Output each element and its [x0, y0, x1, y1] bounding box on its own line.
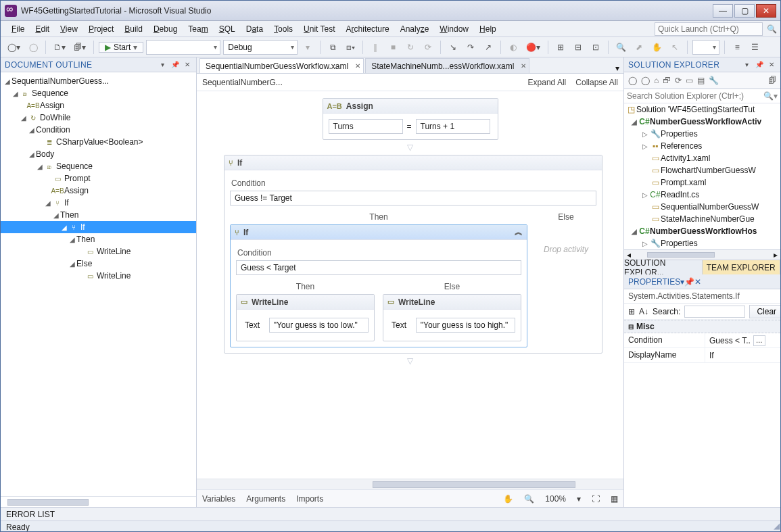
extra-tool-1[interactable]: ⊞ — [553, 40, 568, 55]
file-item[interactable]: FlowchartNumberGuessW — [661, 166, 756, 175]
tree-if2-selected[interactable]: If — [80, 222, 85, 232]
tree-writeline2[interactable]: WriteLine — [97, 271, 131, 281]
prop-displayname-value[interactable]: If — [709, 351, 714, 360]
sort-alpha-icon[interactable]: A↓ — [639, 307, 648, 316]
project-item[interactable]: NumberGuessWorkflowHos — [650, 226, 757, 236]
if-condition-input[interactable]: Guess != Target — [230, 191, 596, 205]
designer-canvas[interactable]: A=BAssign Turns = Turns + 1 ▽ ⑂If Condit… — [197, 91, 623, 479]
expand-all-link[interactable]: Expand All — [528, 78, 567, 87]
properties-item[interactable]: Properties — [661, 239, 698, 248]
menu-file[interactable]: File — [6, 21, 30, 37]
tree-sequence2[interactable]: Sequence — [56, 162, 93, 171]
outline-h-scrollbar[interactable] — [1, 496, 196, 507]
find-icon[interactable]: 🔍 — [613, 40, 629, 55]
tree-csharp[interactable]: CSharpValue<Boolean> — [56, 137, 143, 147]
menu-team[interactable]: Team — [183, 21, 213, 37]
sort-category-icon[interactable]: ⊞ — [628, 307, 635, 316]
breakpoint-icon[interactable]: 🔴▾ — [523, 40, 543, 55]
clear-button[interactable]: Clear — [749, 305, 781, 318]
menu-window[interactable]: Window — [434, 21, 474, 37]
menu-edit[interactable]: Edit — [30, 21, 55, 37]
back-button[interactable]: ◯▾ — [5, 40, 23, 55]
se-back-icon[interactable]: ◯ — [628, 76, 637, 85]
maximize-button[interactable]: ▢ — [734, 4, 755, 18]
file-item[interactable]: ReadInt.cs — [661, 190, 699, 199]
overview-icon[interactable]: ▦ — [611, 494, 618, 504]
extra-tool-3[interactable]: ⊡ — [588, 40, 603, 55]
se-preview-icon[interactable]: 🗐 — [768, 76, 776, 85]
se-properties-icon[interactable]: 🔧 — [709, 76, 719, 85]
assign-value-input[interactable]: Turns + 1 — [416, 119, 490, 134]
grid-icon[interactable]: ☰ — [747, 40, 762, 55]
file-item[interactable]: Activity1.xaml — [661, 153, 710, 163]
tree-body[interactable]: Body — [36, 149, 54, 159]
tool-icon-1[interactable]: ⧉ — [325, 40, 340, 55]
startup-combo[interactable] — [146, 40, 220, 55]
pin-icon[interactable]: 📌 — [170, 60, 180, 70]
fit-icon[interactable]: ⛶ — [592, 494, 600, 504]
step-into-icon[interactable]: ↘ — [446, 40, 460, 55]
quick-launch-input[interactable] — [655, 22, 763, 36]
menu-data[interactable]: Data — [241, 21, 268, 37]
se-collapse-icon[interactable]: ▤ — [697, 76, 705, 85]
zoom-dropdown-icon[interactable]: ▾ — [577, 494, 581, 504]
stop-icon[interactable]: ■ — [385, 40, 400, 55]
tree-assign[interactable]: Assign — [40, 101, 64, 110]
tab-close-icon[interactable]: ✕ — [521, 62, 526, 70]
solution-search-input[interactable] — [627, 91, 763, 101]
pan-icon[interactable]: ✋ — [503, 494, 513, 504]
panel-dropdown-icon[interactable]: ▾ — [158, 60, 168, 70]
se-refresh-icon[interactable]: ⟳ — [675, 76, 682, 85]
collapse-icon[interactable]: ︽ — [515, 226, 523, 238]
open-button[interactable]: 🗐▾ — [71, 40, 89, 55]
panel-dropdown-icon[interactable]: ▾ — [742, 60, 752, 70]
menu-help[interactable]: Help — [474, 21, 502, 37]
pin-icon[interactable]: 📌 — [684, 277, 694, 287]
tree-dowhile[interactable]: DoWhile — [40, 113, 70, 122]
extra-tool-2[interactable]: ⊟ — [571, 40, 586, 55]
zoom-icon[interactable]: 🔍 — [524, 494, 534, 504]
writeline-text-input[interactable]: "Your guess is too low." — [269, 318, 369, 333]
properties-search-input[interactable] — [684, 306, 745, 318]
collapse-section-icon[interactable]: ⊟ — [628, 323, 634, 331]
menu-project[interactable]: Project — [83, 21, 119, 37]
tab-sequential-workflow[interactable]: SequentialNumberGuessWorkflow.xaml✕ — [199, 58, 364, 73]
tree-root[interactable]: SequentialNumberGuess... — [11, 76, 109, 86]
assign-to-input[interactable]: Turns — [329, 119, 403, 134]
search-icon[interactable]: 🔍 — [767, 24, 777, 34]
panel-close-icon[interactable]: ✕ — [767, 60, 776, 70]
tree-assign2[interactable]: Assign — [64, 186, 89, 195]
config-combo[interactable]: Debug — [223, 40, 298, 55]
forward-button[interactable]: ◯ — [26, 40, 41, 55]
close-button[interactable]: ✕ — [756, 4, 776, 18]
file-item[interactable]: StateMachineNumberGue — [661, 214, 755, 224]
tab-statemachine-workflow[interactable]: StateMachineNumb...essWorkflow.xaml✕ — [365, 58, 529, 73]
project-item[interactable]: NumberGuessWorkflowActiv — [650, 117, 761, 126]
restart-icon[interactable]: ↻ — [403, 40, 418, 55]
properties-item[interactable]: Properties — [661, 129, 698, 139]
arrow-icon[interactable]: ↖ — [667, 40, 682, 55]
search-dropdown-icon[interactable]: 🔍▾ — [763, 91, 778, 101]
pause-icon[interactable]: ‖ — [368, 40, 383, 55]
arguments-link[interactable]: Arguments — [246, 494, 285, 504]
menu-view[interactable]: View — [55, 21, 83, 37]
menu-analyze[interactable]: Analyze — [395, 21, 435, 37]
tab-close-icon[interactable]: ✕ — [355, 62, 360, 70]
tree-if[interactable]: If — [64, 198, 69, 208]
file-item[interactable]: SequentialNumberGuessW — [661, 202, 759, 212]
ellipsis-button[interactable]: … — [753, 335, 765, 346]
tree-prompt[interactable]: Prompt — [64, 174, 91, 183]
se-sync-icon[interactable]: 🗗 — [663, 76, 671, 85]
refresh-icon[interactable]: ⟳ — [421, 40, 435, 55]
designer-h-scrollbar[interactable] — [197, 479, 623, 489]
references-item[interactable]: References — [661, 141, 702, 151]
nested-if-condition-input[interactable]: Guess < Target — [236, 260, 521, 275]
tool-icon-2[interactable]: ⧈▾ — [343, 40, 358, 55]
tree-sequence[interactable]: Sequence — [32, 89, 68, 98]
se-forward-icon[interactable]: ◯ — [641, 76, 650, 85]
drop-zone[interactable]: Drop activity — [536, 224, 596, 274]
empty-combo[interactable] — [692, 40, 719, 55]
panel-close-icon[interactable]: ✕ — [694, 277, 701, 287]
menu-tools[interactable]: Tools — [268, 21, 298, 37]
list-icon[interactable]: ≡ — [730, 40, 744, 55]
